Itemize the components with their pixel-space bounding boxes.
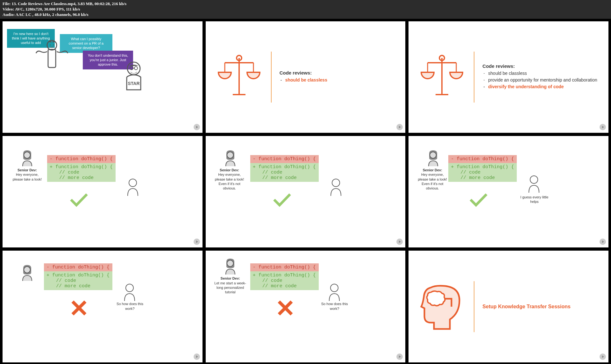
- junior-message: I guess every little helps: [518, 195, 550, 204]
- dev-message: Hey everyone, please take a look!: [13, 173, 42, 181]
- divider: [474, 281, 474, 332]
- play-icon: [396, 239, 403, 245]
- thumbnail-3[interactable]: Code reviews: should be classless provid…: [408, 21, 609, 133]
- svg-point-25: [530, 176, 538, 183]
- svg-point-2: [53, 44, 54, 45]
- review-title: Code reviews:: [482, 63, 599, 69]
- female-avatar-icon: [426, 149, 440, 166]
- dev-label: Senior Dev:: [423, 168, 442, 172]
- dev-message: Hey everyone, please take a look! Even i…: [418, 173, 447, 190]
- dev-label: Senior Dev:: [18, 168, 37, 172]
- thumbnail-6[interactable]: Senior Dev: Hey everyone, please take a …: [408, 135, 609, 248]
- female-avatar-icon: [20, 149, 34, 166]
- code-diff: - function doThing() { + function doThin…: [448, 155, 517, 182]
- star-person-icon: STAR: [120, 60, 147, 91]
- code-diff: - function doThing() { + function doThin…: [250, 155, 319, 182]
- review-item-2: provide an opportunity for mentorship an…: [488, 77, 599, 82]
- shrugging-person-icon: [33, 37, 71, 69]
- svg-text:STAR: STAR: [128, 81, 139, 86]
- play-icon: [600, 239, 606, 245]
- thumbnail-8[interactable]: Senior Dev: Let me start a week-long per…: [205, 250, 406, 363]
- thumbnail-4[interactable]: Senior Dev: Hey everyone, please take a …: [2, 135, 203, 248]
- play-icon: [600, 124, 606, 130]
- knowledge-transfer-title: Setup Knowledge Transfer Sessions: [482, 304, 571, 310]
- divider: [271, 52, 272, 103]
- thumbnail-1[interactable]: I'm new here so I don't think I will hav…: [2, 21, 203, 133]
- female-avatar-icon: [223, 257, 238, 275]
- divider: [474, 52, 474, 103]
- scale-icon: [418, 53, 466, 101]
- checkmark-icon: [273, 192, 292, 208]
- svg-point-26: [24, 267, 30, 273]
- svg-point-20: [24, 152, 30, 158]
- thumbnail-grid: I'm new here so I don't think I will hav…: [0, 19, 611, 364]
- svg-point-28: [227, 260, 233, 267]
- female-avatar-icon: [223, 149, 238, 166]
- cross-icon: [277, 300, 293, 316]
- thumbnail-7[interactable]: - function doThing() { + function doThin…: [2, 250, 203, 363]
- svg-point-27: [126, 284, 133, 292]
- male-avatar-icon: [327, 282, 342, 301]
- file-line: File: 13. Code Reviews Are Classless.mp4…: [3, 1, 608, 7]
- thumbnail-9[interactable]: Setup Knowledge Transfer Sessions: [408, 250, 609, 363]
- svg-point-23: [332, 179, 340, 187]
- thumbnail-2[interactable]: Code reviews: should be classless: [205, 21, 406, 133]
- audio-line: Audio: AAC LC , 48.0 kHz, 2 channels, 96…: [3, 12, 608, 18]
- code-diff: - function doThing() { + function doThin…: [47, 155, 116, 182]
- svg-point-21: [129, 179, 137, 187]
- play-icon: [600, 353, 606, 360]
- dev-message: Let me start a week-long personalized tu…: [214, 281, 246, 294]
- play-icon: [194, 124, 200, 130]
- video-line: Video: AVC, 1280x720, 30.000 FPS, 111 kb…: [3, 7, 608, 12]
- brain-head-icon: [418, 281, 466, 332]
- junior-message: So how does this work?: [319, 302, 351, 311]
- svg-point-1: [50, 44, 51, 45]
- svg-point-22: [227, 152, 233, 158]
- file-info-header: File: 13. Code Reviews Are Classless.mp4…: [0, 0, 611, 19]
- junior-message: So how does this work?: [114, 302, 146, 311]
- male-avatar-icon: [122, 282, 137, 301]
- checkmark-icon: [69, 192, 89, 208]
- review-title: Code reviews:: [280, 70, 396, 75]
- svg-point-24: [430, 152, 436, 158]
- review-item-3: diversify the understanding of code: [488, 84, 599, 89]
- scale-icon: [215, 53, 263, 101]
- male-avatar-icon: [328, 177, 344, 196]
- dev-message: Hey everyone, please take a look! Even i…: [215, 173, 244, 190]
- thumbnail-5[interactable]: Senior Dev: Hey everyone, please take a …: [205, 135, 406, 248]
- review-item-1: should be classless: [285, 77, 396, 82]
- svg-point-29: [330, 284, 338, 292]
- svg-point-5: [134, 67, 138, 70]
- checkmark-icon: [469, 192, 488, 208]
- cross-icon: [71, 300, 87, 316]
- play-icon: [194, 353, 200, 360]
- dev-label: Senior Dev:: [221, 276, 240, 280]
- play-icon: [396, 353, 403, 360]
- female-avatar-icon: [20, 263, 34, 281]
- review-item-1: should be classless: [488, 71, 599, 76]
- male-avatar-icon: [526, 174, 542, 193]
- play-icon: [194, 239, 200, 245]
- code-diff: - function doThing() { + function doThin…: [44, 263, 112, 290]
- svg-point-4: [130, 67, 133, 70]
- male-avatar-icon: [125, 177, 140, 196]
- dev-label: Senior Dev:: [220, 168, 239, 172]
- svg-point-0: [47, 40, 57, 50]
- code-diff: - function doThing() { + function doThin…: [250, 263, 319, 290]
